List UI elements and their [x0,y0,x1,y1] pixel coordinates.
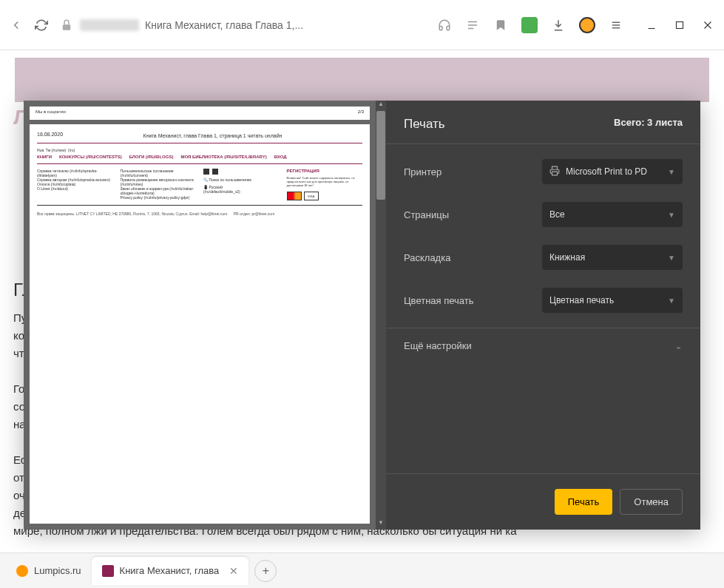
extension-orange-icon[interactable] [579,17,595,33]
chevron-down-icon: ▼ [668,211,675,219]
svg-rect-8 [677,21,683,28]
color-label: Цветная печать [404,295,542,306]
chevron-down-icon: ⌄ [674,340,683,351]
preview-content: Мы в соцсетях: 2/3 18.08.2020 Книга Меха… [24,101,376,530]
back-button[interactable] [9,18,24,33]
toolbar-right [437,17,715,33]
printer-label: Принтер [404,166,542,178]
color-select[interactable]: Цветная печать ▼ [542,288,683,313]
maximize-icon[interactable] [672,18,687,33]
print-button[interactable]: Печать [555,489,613,515]
tab-book[interactable]: Книга Механист, глава ✕ [92,557,249,585]
cancel-button[interactable]: Отмена [620,489,683,515]
chevron-down-icon: ▼ [668,254,675,262]
browser-toolbar: Книга Механист, глава Глава 1,... [0,0,724,50]
address-bar[interactable]: Книга Механист, глава Глава 1,... [59,18,427,33]
printer-icon [549,166,560,178]
print-dialog-title: Печать [404,117,445,132]
print-settings-panel: Печать Всего: 3 листа Принтер Microsoft … [386,101,700,530]
download-icon[interactable] [551,18,566,33]
print-preview-panel: Мы в соцсетях: 2/3 18.08.2020 Книга Меха… [24,101,386,530]
scroll-down-icon[interactable]: ▼ [376,519,386,530]
extension-green-icon[interactable] [521,17,538,33]
preview-page: 18.08.2020 Книга Механист, глава Глава 1… [30,124,370,524]
tab-lumpics[interactable]: Lumpics.ru [6,557,92,585]
scroll-up-icon[interactable]: ▲ [376,101,386,111]
lock-icon [59,18,74,33]
reader-icon[interactable] [465,18,480,33]
content-area: Л Гл Пут кол что Гол сол нап Есл отл оче… [0,50,724,538]
favicon-icon [102,565,114,577]
printer-select[interactable]: Microsoft Print to PD ▼ [542,159,683,184]
pages-label: Страницы [404,209,542,220]
scroll-thumb[interactable] [376,111,385,200]
close-window-icon[interactable] [700,18,715,33]
reload-button[interactable] [34,18,49,33]
print-dialog: Мы в соцсетях: 2/3 18.08.2020 Книга Меха… [24,101,700,530]
preview-page-fragment: Мы в соцсетях: 2/3 [30,107,370,120]
menu-icon[interactable] [609,18,623,33]
more-settings-toggle[interactable]: Ещё настройки ⌄ [386,328,700,363]
tab-bar: Lumpics.ru Книга Механист, глава ✕ + [0,552,724,588]
page-title: Книга Механист, глава Глава 1,... [145,19,303,31]
print-total: Всего: 3 листа [614,117,683,132]
new-tab-button[interactable]: + [254,560,277,582]
svg-rect-0 [63,24,71,30]
minimize-icon[interactable] [644,18,659,33]
headphones-icon[interactable] [437,18,452,33]
preview-scrollbar[interactable]: ▲ ▼ [376,101,386,530]
layout-label: Раскладка [404,252,542,263]
bookmark-icon[interactable] [493,18,508,33]
chevron-down-icon: ▼ [668,168,675,176]
favicon-icon [16,565,28,577]
pages-select[interactable]: Все ▼ [542,202,683,227]
chevron-down-icon: ▼ [668,297,675,305]
url-blurred [80,19,139,31]
layout-select[interactable]: Книжная ▼ [542,245,683,270]
close-tab-icon[interactable]: ✕ [229,565,238,577]
